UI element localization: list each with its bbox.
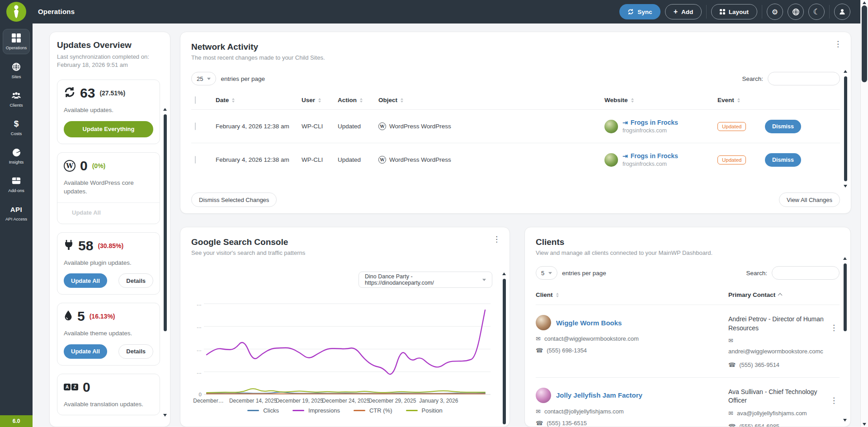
panel-scroll-down-arrow[interactable]	[163, 414, 167, 417]
sort-icon	[737, 98, 740, 103]
sort-icon	[556, 293, 559, 297]
site-selector-dropdown[interactable]: Dino Dance Party - https://dinodancepart…	[359, 272, 492, 288]
plugin-updates-count: 58	[78, 239, 93, 253]
plug-icon	[64, 239, 74, 252]
scroll-down-arrow[interactable]	[863, 423, 866, 426]
sidebar-item-operations[interactable]: Operations	[3, 29, 30, 54]
client-email: contact@jollyjellyfishjams.com	[544, 408, 624, 415]
card-scroll-down-arrow[interactable]	[844, 185, 847, 188]
clients-people-icon	[11, 90, 21, 100]
dismiss-selected-changes-button[interactable]: Dismiss Selected Changes	[191, 192, 277, 207]
site-link[interactable]: ⇥Frogs in Frocks	[623, 152, 678, 160]
page-scrollbar-thumb[interactable]	[862, 5, 867, 82]
clients-card: Clients View and manage all clients conn…	[524, 227, 851, 427]
column-header-event[interactable]: Event	[714, 91, 761, 110]
legend-item[interactable]: CTR (%)	[354, 407, 392, 414]
droplet-icon	[64, 310, 73, 323]
layout-label: Layout	[729, 9, 749, 15]
card-scroll-up-arrow[interactable]	[843, 257, 847, 260]
svg-text:…: …	[197, 369, 202, 375]
sidebar-item-sites[interactable]: Sites	[2, 58, 30, 83]
column-header-date[interactable]: Date	[212, 91, 298, 110]
panel-scrollbar-thumb[interactable]	[164, 114, 167, 331]
card-scrollbar-thumb[interactable]	[844, 263, 847, 331]
sync-label: Sync	[637, 9, 652, 15]
search-input[interactable]	[772, 266, 840, 280]
add-button[interactable]: + Add	[665, 4, 702, 19]
entries-per-page-select[interactable]: 25	[191, 72, 216, 85]
legend-swatch	[292, 410, 304, 411]
panel-scroll-up-arrow[interactable]	[163, 108, 167, 111]
client-link[interactable]: Jolly Jellyfish Jam Factory	[536, 388, 719, 403]
select-all-checkbox[interactable]	[195, 96, 196, 104]
page-scrollbar[interactable]	[860, 0, 868, 427]
row-kebab-menu-icon[interactable]: ⋮	[830, 324, 838, 332]
row-date: February 4, 2026 12:38 am	[212, 110, 298, 143]
column-header-website[interactable]: Website	[601, 91, 714, 110]
plugin-details-button[interactable]: Details	[118, 273, 153, 288]
table-row: February 4, 2026 12:38 am WP-CLI Updated…	[191, 143, 840, 177]
update-everything-button[interactable]: Update Everything	[64, 121, 153, 137]
contact-phone: (555) 365-9514	[739, 361, 779, 369]
sync-button[interactable]: Sync	[619, 4, 660, 19]
scroll-up-arrow[interactable]	[863, 1, 866, 4]
column-header-user[interactable]: User	[298, 91, 334, 110]
email-icon: ✉	[536, 335, 541, 342]
language-button[interactable]	[788, 4, 804, 20]
card-scrollbar-thumb[interactable]	[844, 76, 847, 181]
svg-text:…: …	[197, 301, 202, 306]
settings-button[interactable]: ⚙	[767, 4, 783, 20]
card-scroll-up-arrow[interactable]	[844, 70, 847, 73]
card-scroll-up-arrow[interactable]	[502, 272, 506, 275]
mainwp-logo[interactable]	[6, 2, 26, 22]
sidebar-item-addons[interactable]: Add-ons	[2, 172, 30, 197]
svg-text:January 3, 2026: January 3, 2026	[419, 398, 458, 404]
dark-mode-button[interactable]: ☾	[808, 4, 825, 20]
card-scrollbar-thumb[interactable]	[503, 279, 506, 424]
client-link[interactable]: Wiggle Worm Books	[536, 315, 719, 330]
column-header-client[interactable]: Client	[536, 291, 728, 298]
legend-item[interactable]: Position	[406, 407, 443, 414]
layout-button[interactable]: Layout	[711, 4, 757, 19]
open-site-icon: ⇥	[623, 152, 628, 160]
row-kebab-menu-icon[interactable]: ⋮	[830, 397, 838, 404]
sidebar: Operations Sites Clients $ Costs Insight…	[0, 23, 33, 427]
theme-updates-percent: (16.13%)	[90, 313, 115, 320]
sidebar-item-insights[interactable]: Insights	[2, 144, 30, 168]
view-all-changes-button[interactable]: View All Changes	[779, 192, 840, 207]
sidebar-item-api-access[interactable]: API API Access	[2, 201, 30, 225]
row-checkbox[interactable]	[195, 156, 196, 164]
row-user: WP-CLI	[298, 110, 334, 143]
legend-swatch	[406, 410, 418, 411]
dismiss-button[interactable]: Dismiss	[765, 153, 801, 167]
update-all-plugins-button[interactable]: Update All	[64, 273, 107, 288]
search-input[interactable]	[768, 72, 840, 85]
dismiss-button[interactable]: Dismiss	[765, 120, 801, 133]
card-scroll-down-arrow[interactable]	[843, 419, 847, 422]
available-updates-count: 63	[80, 86, 95, 100]
row-checkbox[interactable]	[195, 122, 196, 130]
update-all-themes-button[interactable]: Update All	[64, 344, 107, 359]
topbar: Operations Sync + Add Layout ⚙	[0, 0, 860, 23]
legend-item[interactable]: Clicks	[247, 407, 279, 414]
kebab-menu-icon[interactable]: ⋮	[834, 40, 842, 48]
entries-per-page-select[interactable]: 5	[536, 266, 557, 280]
kebab-menu-icon[interactable]: ⋮	[493, 235, 500, 243]
site-url: frogsinfrocks.com	[623, 127, 678, 134]
sidebar-item-label: Clients	[9, 103, 23, 108]
account-button[interactable]	[834, 4, 850, 20]
site-link[interactable]: ⇥Frogs in Frocks	[623, 119, 678, 126]
search-label: Search:	[746, 270, 767, 277]
chart-legend: ClicksImpressionsCTR (%)Position	[191, 407, 499, 414]
operations-grid-icon	[12, 33, 21, 43]
theme-updates-desc: Available theme updates.	[64, 329, 153, 338]
sidebar-item-costs[interactable]: $ Costs	[2, 115, 30, 140]
sidebar-item-clients[interactable]: Clients	[2, 87, 30, 111]
legend-item[interactable]: Impressions	[292, 407, 340, 414]
column-header-action[interactable]: Action	[334, 91, 375, 110]
sidebar-item-label: Sites	[11, 74, 21, 79]
svg-text:…: …	[197, 347, 202, 352]
column-header-primary-contact[interactable]: Primary Contact	[728, 291, 782, 298]
column-header-object[interactable]: Object	[375, 91, 601, 110]
theme-details-button[interactable]: Details	[118, 344, 153, 359]
